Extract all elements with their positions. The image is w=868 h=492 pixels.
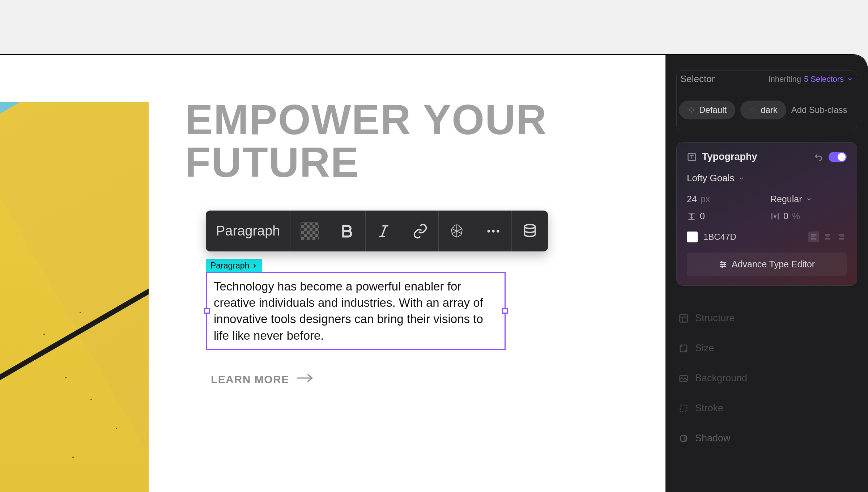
chevron-right-icon — [251, 263, 258, 269]
toolbar-bold[interactable] — [329, 211, 366, 251]
app-frame: EMPOWER YOUR FUTURE Paragraph — [0, 54, 868, 492]
svg-line-2 — [382, 226, 386, 236]
color-hex[interactable]: 1BC47D — [703, 232, 736, 242]
design-canvas[interactable]: EMPOWER YOUR FUTURE Paragraph — [0, 55, 665, 492]
ai-icon — [449, 223, 465, 239]
paragraph-text[interactable]: Technology has become a powerful enabler… — [214, 278, 498, 344]
shadow-section[interactable]: Shadow — [676, 423, 857, 453]
learn-more-link[interactable]: LEARN MORE — [211, 373, 314, 386]
toolbar-color[interactable] — [290, 211, 329, 251]
svg-rect-28 — [680, 314, 688, 322]
svg-point-3 — [488, 230, 490, 232]
letter-spacing-input[interactable]: 0 % — [770, 211, 847, 221]
svg-point-27 — [722, 266, 723, 267]
selector-chips: Default dark Add Sub-class — [679, 92, 855, 131]
link-icon — [412, 223, 428, 239]
text-edit-toolbar: Paragraph — [206, 211, 548, 251]
toolbar-more[interactable] — [475, 211, 512, 251]
chevron-down-icon — [806, 196, 812, 203]
letter-spacing-icon — [770, 212, 780, 221]
typography-toggle[interactable] — [829, 152, 847, 162]
hero-image — [0, 102, 149, 492]
structure-icon — [678, 313, 689, 323]
svg-point-23 — [721, 262, 722, 263]
svg-rect-33 — [680, 405, 687, 412]
svg-point-4 — [492, 230, 495, 232]
headline[interactable]: EMPOWER YOUR FUTURE — [185, 98, 665, 184]
font-size-input[interactable]: 24 px — [687, 194, 763, 204]
typography-title: Typography — [702, 151, 808, 162]
background-section[interactable]: Background — [676, 363, 857, 393]
line-height-icon — [687, 212, 696, 221]
stroke-section[interactable]: Stroke — [676, 393, 857, 423]
size-icon — [678, 343, 689, 353]
svg-point-25 — [724, 264, 725, 265]
selector-panel: Selector Inheriting 5 Selectors Default — [676, 70, 857, 131]
align-left-button[interactable] — [808, 232, 819, 242]
arrows-icon — [688, 106, 695, 114]
font-weight-select[interactable]: Regular — [770, 194, 847, 204]
advance-type-editor-button[interactable]: Advance Type Editor — [687, 253, 847, 276]
more-icon — [485, 223, 501, 239]
bold-icon — [339, 223, 355, 239]
toolbar-style-select[interactable]: Paragraph — [206, 211, 290, 251]
svg-point-5 — [497, 230, 499, 232]
add-subclass-button[interactable]: Add Sub-class — [791, 105, 847, 115]
toolbar-style-label: Paragraph — [216, 223, 280, 239]
arrow-right-icon — [296, 373, 314, 386]
chevron-down-icon — [847, 76, 853, 82]
structure-section[interactable]: Structure — [676, 303, 857, 333]
selector-chip-default[interactable]: Default — [679, 101, 735, 119]
selected-paragraph-element[interactable]: Paragraph Technology has become a powerf… — [206, 272, 506, 350]
line-height-input[interactable]: 0 — [687, 211, 763, 221]
undo-icon[interactable] — [813, 152, 824, 162]
learn-more-label: LEARN MORE — [211, 373, 289, 386]
color-checker-icon — [301, 222, 319, 240]
toolbar-ai[interactable] — [439, 211, 475, 251]
align-right-button[interactable] — [836, 232, 847, 242]
resize-handle-right[interactable] — [502, 308, 508, 314]
toolbar-data[interactable] — [512, 211, 548, 251]
italic-icon — [376, 223, 392, 239]
chevron-down-icon — [738, 175, 745, 182]
typography-panel: Typography Lofty Goals 24 px Regular — [676, 142, 857, 286]
color-swatch[interactable] — [687, 232, 698, 242]
background-icon — [678, 373, 689, 383]
selection-tag[interactable]: Paragraph — [206, 259, 262, 272]
toolbar-link[interactable] — [402, 211, 439, 251]
arrows-icon — [749, 106, 757, 114]
font-family-select[interactable]: Lofty Goals — [687, 173, 847, 184]
selector-title: Selector — [680, 73, 715, 85]
toolbar-italic[interactable] — [366, 211, 402, 251]
align-center-button[interactable] — [822, 232, 833, 242]
svg-point-6 — [525, 224, 535, 228]
shadow-icon — [678, 433, 689, 444]
database-icon — [522, 223, 538, 239]
stroke-icon — [678, 403, 689, 413]
inspector-sidebar: Selector Inheriting 5 Selectors Default — [665, 55, 868, 492]
selection-tag-text: Paragraph — [210, 261, 249, 271]
svg-rect-31 — [680, 345, 687, 352]
sliders-icon — [719, 260, 727, 269]
typography-icon — [687, 152, 697, 162]
resize-handle-left[interactable] — [204, 308, 210, 314]
selector-chip-dark[interactable]: dark — [740, 101, 786, 119]
inheriting-indicator[interactable]: Inheriting 5 Selectors — [768, 75, 853, 84]
size-section[interactable]: Size — [676, 333, 857, 363]
